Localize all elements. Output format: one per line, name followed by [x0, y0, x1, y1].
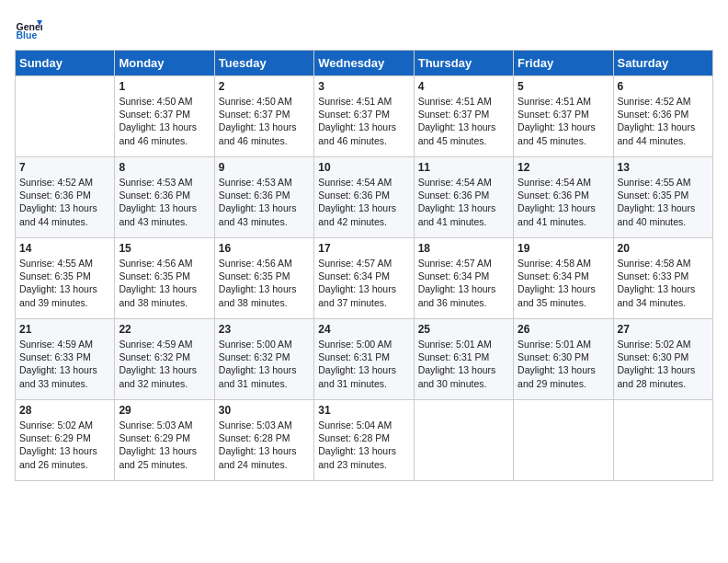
- page-header: General Blue: [15, 15, 713, 42]
- calendar-cell: 21Sunrise: 4:59 AM Sunset: 6:33 PM Dayli…: [16, 319, 115, 400]
- calendar-body: 1Sunrise: 4:50 AM Sunset: 6:37 PM Daylig…: [16, 76, 713, 481]
- day-number: 31: [318, 404, 409, 417]
- day-header-sunday: Sunday: [16, 51, 115, 76]
- logo-icon: General Blue: [15, 15, 42, 42]
- calendar-table: SundayMondayTuesdayWednesdayThursdayFrid…: [15, 50, 713, 481]
- cell-content: Sunrise: 4:55 AM Sunset: 6:35 PM Dayligh…: [19, 257, 110, 309]
- cell-content: Sunrise: 4:57 AM Sunset: 6:34 PM Dayligh…: [418, 257, 509, 309]
- cell-content: Sunrise: 5:01 AM Sunset: 6:30 PM Dayligh…: [518, 338, 609, 390]
- day-number: 19: [518, 242, 609, 255]
- day-header-friday: Friday: [514, 51, 613, 76]
- calendar-cell: 14Sunrise: 4:55 AM Sunset: 6:35 PM Dayli…: [16, 238, 115, 319]
- calendar-cell: 20Sunrise: 4:58 AM Sunset: 6:33 PM Dayli…: [613, 238, 712, 319]
- calendar-cell: 19Sunrise: 4:58 AM Sunset: 6:34 PM Dayli…: [514, 238, 613, 319]
- cell-content: Sunrise: 4:52 AM Sunset: 6:36 PM Dayligh…: [19, 176, 110, 228]
- calendar-cell: 29Sunrise: 5:03 AM Sunset: 6:29 PM Dayli…: [115, 400, 214, 481]
- calendar-cell: 6Sunrise: 4:52 AM Sunset: 6:36 PM Daylig…: [613, 76, 712, 157]
- day-number: 18: [418, 242, 509, 255]
- day-number: 20: [618, 242, 709, 255]
- calendar-cell: 22Sunrise: 4:59 AM Sunset: 6:32 PM Dayli…: [115, 319, 214, 400]
- cell-content: Sunrise: 4:54 AM Sunset: 6:36 PM Dayligh…: [318, 176, 409, 228]
- day-header-tuesday: Tuesday: [214, 51, 313, 76]
- day-number: 28: [19, 404, 110, 417]
- day-number: 14: [19, 242, 110, 255]
- calendar-cell: 7Sunrise: 4:52 AM Sunset: 6:36 PM Daylig…: [16, 157, 115, 238]
- day-number: 25: [418, 323, 509, 336]
- week-row-1: 1Sunrise: 4:50 AM Sunset: 6:37 PM Daylig…: [16, 76, 713, 157]
- cell-content: Sunrise: 4:58 AM Sunset: 6:33 PM Dayligh…: [618, 257, 709, 309]
- svg-text:Blue: Blue: [17, 29, 38, 40]
- calendar-cell: 17Sunrise: 4:57 AM Sunset: 6:34 PM Dayli…: [314, 238, 414, 319]
- day-number: 1: [119, 80, 210, 93]
- calendar-cell: [414, 400, 513, 481]
- cell-content: Sunrise: 4:51 AM Sunset: 6:37 PM Dayligh…: [418, 95, 509, 147]
- day-number: 10: [318, 161, 409, 174]
- cell-content: Sunrise: 5:02 AM Sunset: 6:30 PM Dayligh…: [618, 338, 709, 390]
- cell-content: Sunrise: 5:03 AM Sunset: 6:28 PM Dayligh…: [219, 419, 310, 471]
- calendar-cell: 26Sunrise: 5:01 AM Sunset: 6:30 PM Dayli…: [514, 319, 613, 400]
- day-number: 22: [119, 323, 210, 336]
- calendar-cell: [16, 76, 115, 157]
- cell-content: Sunrise: 4:58 AM Sunset: 6:34 PM Dayligh…: [518, 257, 609, 309]
- calendar-header-row: SundayMondayTuesdayWednesdayThursdayFrid…: [16, 51, 713, 76]
- day-number: 24: [318, 323, 409, 336]
- cell-content: Sunrise: 4:52 AM Sunset: 6:36 PM Dayligh…: [618, 95, 709, 147]
- calendar-cell: 4Sunrise: 4:51 AM Sunset: 6:37 PM Daylig…: [414, 76, 513, 157]
- day-header-monday: Monday: [115, 51, 214, 76]
- cell-content: Sunrise: 5:01 AM Sunset: 6:31 PM Dayligh…: [418, 338, 509, 390]
- day-number: 21: [19, 323, 110, 336]
- cell-content: Sunrise: 5:03 AM Sunset: 6:29 PM Dayligh…: [119, 419, 210, 471]
- calendar-cell: 24Sunrise: 5:00 AM Sunset: 6:31 PM Dayli…: [314, 319, 414, 400]
- day-number: 17: [318, 242, 409, 255]
- day-number: 7: [19, 161, 110, 174]
- calendar-cell: 31Sunrise: 5:04 AM Sunset: 6:28 PM Dayli…: [314, 400, 414, 481]
- calendar-cell: 28Sunrise: 5:02 AM Sunset: 6:29 PM Dayli…: [16, 400, 115, 481]
- cell-content: Sunrise: 4:55 AM Sunset: 6:35 PM Dayligh…: [618, 176, 709, 228]
- week-row-4: 21Sunrise: 4:59 AM Sunset: 6:33 PM Dayli…: [16, 319, 713, 400]
- cell-content: Sunrise: 5:02 AM Sunset: 6:29 PM Dayligh…: [19, 419, 110, 471]
- cell-content: Sunrise: 4:51 AM Sunset: 6:37 PM Dayligh…: [518, 95, 609, 147]
- cell-content: Sunrise: 4:53 AM Sunset: 6:36 PM Dayligh…: [119, 176, 210, 228]
- calendar-cell: 25Sunrise: 5:01 AM Sunset: 6:31 PM Dayli…: [414, 319, 513, 400]
- calendar-cell: 11Sunrise: 4:54 AM Sunset: 6:36 PM Dayli…: [414, 157, 513, 238]
- calendar-cell: [514, 400, 613, 481]
- calendar-cell: 9Sunrise: 4:53 AM Sunset: 6:36 PM Daylig…: [214, 157, 313, 238]
- day-number: 4: [418, 80, 509, 93]
- cell-content: Sunrise: 4:56 AM Sunset: 6:35 PM Dayligh…: [119, 257, 210, 309]
- day-number: 2: [219, 80, 310, 93]
- cell-content: Sunrise: 4:54 AM Sunset: 6:36 PM Dayligh…: [518, 176, 609, 228]
- day-number: 6: [618, 80, 709, 93]
- cell-content: Sunrise: 5:00 AM Sunset: 6:31 PM Dayligh…: [318, 338, 409, 390]
- day-header-thursday: Thursday: [414, 51, 513, 76]
- calendar-cell: 8Sunrise: 4:53 AM Sunset: 6:36 PM Daylig…: [115, 157, 214, 238]
- day-number: 15: [119, 242, 210, 255]
- day-header-saturday: Saturday: [613, 51, 712, 76]
- logo: General Blue: [15, 15, 46, 42]
- week-row-3: 14Sunrise: 4:55 AM Sunset: 6:35 PM Dayli…: [16, 238, 713, 319]
- week-row-2: 7Sunrise: 4:52 AM Sunset: 6:36 PM Daylig…: [16, 157, 713, 238]
- day-number: 8: [119, 161, 210, 174]
- week-row-5: 28Sunrise: 5:02 AM Sunset: 6:29 PM Dayli…: [16, 400, 713, 481]
- calendar-cell: 1Sunrise: 4:50 AM Sunset: 6:37 PM Daylig…: [115, 76, 214, 157]
- cell-content: Sunrise: 5:00 AM Sunset: 6:32 PM Dayligh…: [219, 338, 310, 390]
- day-number: 11: [418, 161, 509, 174]
- calendar-cell: 23Sunrise: 5:00 AM Sunset: 6:32 PM Dayli…: [214, 319, 313, 400]
- day-number: 13: [618, 161, 709, 174]
- day-header-wednesday: Wednesday: [314, 51, 414, 76]
- day-number: 29: [119, 404, 210, 417]
- day-number: 5: [518, 80, 609, 93]
- cell-content: Sunrise: 4:50 AM Sunset: 6:37 PM Dayligh…: [119, 95, 210, 147]
- day-number: 16: [219, 242, 310, 255]
- day-number: 12: [518, 161, 609, 174]
- day-number: 9: [219, 161, 310, 174]
- calendar-cell: 27Sunrise: 5:02 AM Sunset: 6:30 PM Dayli…: [613, 319, 712, 400]
- cell-content: Sunrise: 4:51 AM Sunset: 6:37 PM Dayligh…: [318, 95, 409, 147]
- cell-content: Sunrise: 5:04 AM Sunset: 6:28 PM Dayligh…: [318, 419, 409, 471]
- cell-content: Sunrise: 4:57 AM Sunset: 6:34 PM Dayligh…: [318, 257, 409, 309]
- cell-content: Sunrise: 4:59 AM Sunset: 6:32 PM Dayligh…: [119, 338, 210, 390]
- calendar-cell: 12Sunrise: 4:54 AM Sunset: 6:36 PM Dayli…: [514, 157, 613, 238]
- calendar-cell: 30Sunrise: 5:03 AM Sunset: 6:28 PM Dayli…: [214, 400, 313, 481]
- cell-content: Sunrise: 4:56 AM Sunset: 6:35 PM Dayligh…: [219, 257, 310, 309]
- calendar-cell: [613, 400, 712, 481]
- calendar-cell: 16Sunrise: 4:56 AM Sunset: 6:35 PM Dayli…: [214, 238, 313, 319]
